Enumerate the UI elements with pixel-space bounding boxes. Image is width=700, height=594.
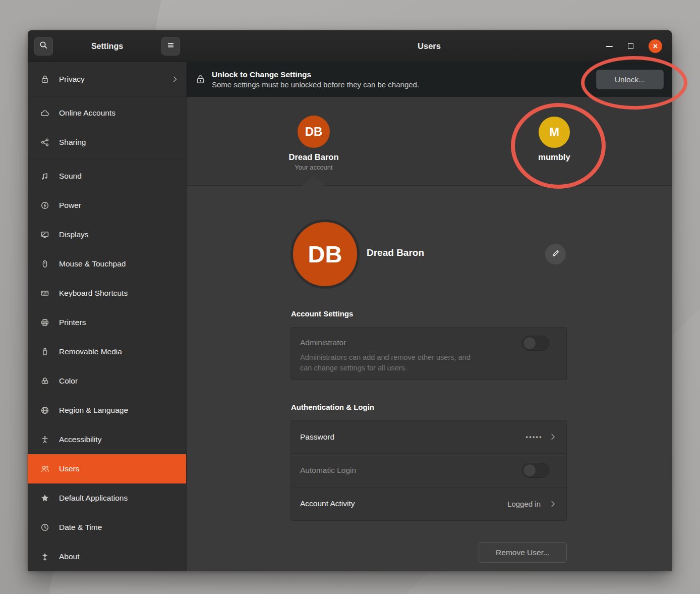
sidebar-header: Settings [28, 30, 187, 62]
sidebar-item-label: Sound [59, 172, 179, 181]
lock-icon [40, 75, 49, 84]
cloud-icon [40, 109, 49, 118]
sound-icon [40, 172, 49, 181]
page-title: Users [187, 30, 672, 62]
sidebar-item-label: Accessibility [59, 435, 179, 444]
sidebar-item-keyboard-shortcuts[interactable]: Keyboard Shortcuts [28, 279, 186, 308]
auth-row-account-activity[interactable]: Account ActivityLogged in [291, 488, 566, 520]
toggle-knob [523, 464, 536, 477]
sidebar-item-label: Printers [59, 318, 179, 327]
unlock-banner-subtitle: Some settings must be unlocked before th… [212, 80, 419, 90]
sidebar-divider [28, 159, 186, 159]
sidebar-item-label: Power [59, 201, 179, 210]
sidebar-item-label: Mouse & Touchpad [59, 259, 179, 268]
auth-row-password[interactable]: Password••••• [291, 420, 566, 454]
sidebar-item-printers[interactable]: Printers [28, 308, 186, 337]
sidebar: PrivacyOnline AccountsSharingSoundPowerD… [28, 62, 187, 571]
auth-row-label: Password [300, 433, 526, 442]
sidebar-item-about[interactable]: About [28, 542, 186, 571]
settings-window: Settings Users × PrivacyOnline AccountsS… [28, 30, 672, 571]
carousel-user-dread-baron[interactable]: DBDread BaronYour account [258, 97, 369, 171]
chevron-right-icon [549, 500, 557, 508]
mouse-icon [40, 259, 49, 269]
globe-icon [40, 406, 49, 415]
display-icon [40, 230, 49, 240]
window-controls: × [606, 30, 662, 62]
unlock-banner-title: Unlock to Change Settings [212, 70, 419, 80]
sidebar-item-default-applications[interactable]: Default Applications [28, 483, 186, 513]
sidebar-item-power[interactable]: Power [28, 191, 186, 220]
edit-name-button[interactable] [545, 244, 566, 264]
sidebar-item-mouse-touchpad[interactable]: Mouse & Touchpad [28, 249, 186, 279]
accessibility-icon [40, 435, 49, 445]
chevron-right-icon [171, 75, 179, 83]
sidebar-item-sharing[interactable]: Sharing [28, 128, 186, 157]
sidebar-item-label: Region & Language [59, 406, 179, 415]
sidebar-item-users[interactable]: Users [28, 454, 186, 483]
unlock-banner-text: Unlock to Change Settings Some settings … [212, 70, 419, 90]
profile-avatar[interactable]: DB [290, 220, 360, 289]
sidebar-item-online-accounts[interactable]: Online Accounts [28, 98, 186, 128]
sidebar-item-sound[interactable]: Sound [28, 161, 186, 191]
carousel-user-name: Dread Baron [288, 152, 338, 162]
administrator-label: Administrator [300, 338, 346, 347]
auth-row-value: ••••• [526, 434, 543, 441]
administrator-toggle[interactable] [522, 336, 549, 351]
main-panel: Unlock to Change Settings Some settings … [187, 62, 672, 571]
administrator-card: Administrator Administrators can add and… [290, 327, 567, 380]
sidebar-item-label: Online Accounts [59, 109, 179, 118]
color-icon [40, 376, 49, 386]
sidebar-item-displays[interactable]: Displays [28, 220, 186, 249]
clock-icon [40, 523, 49, 532]
unlock-banner: Unlock to Change Settings Some settings … [187, 62, 672, 97]
auth-row-value: Logged in [507, 500, 541, 508]
administrator-description: Administrators can add and remove other … [300, 352, 471, 373]
sidebar-item-date-time[interactable]: Date & Time [28, 513, 186, 542]
avatar: DB [298, 116, 330, 148]
sidebar-item-region-language[interactable]: Region & Language [28, 396, 186, 425]
share-icon [40, 138, 49, 147]
toggle-knob [523, 337, 536, 350]
automatic-login-toggle[interactable] [522, 463, 549, 478]
maximize-button[interactable] [628, 43, 633, 49]
auth-row-label: Automatic Login [300, 466, 522, 475]
auth-row-automatic-login[interactable]: Automatic Login [291, 454, 566, 487]
chevron-right-icon [549, 433, 557, 441]
auth-login-heading: Authentication & Login [291, 403, 374, 411]
sidebar-item-removable-media[interactable]: Removable Media [28, 337, 186, 366]
carousel-user-mumbly[interactable]: Mmumbly [499, 97, 610, 162]
sidebar-item-label: Color [59, 376, 179, 386]
sidebar-item-label: Default Applications [59, 494, 179, 503]
minimize-button[interactable] [606, 46, 613, 47]
sidebar-item-label: Displays [59, 230, 179, 239]
sidebar-list: PrivacyOnline AccountsSharingSoundPowerD… [28, 65, 186, 571]
account-settings-heading: Account Settings [291, 309, 353, 318]
close-button[interactable]: × [649, 39, 662, 53]
carousel-user-name: mumbly [538, 152, 570, 162]
unlock-button[interactable]: Unlock... [596, 70, 664, 89]
sidebar-item-label: Date & Time [59, 523, 179, 532]
user-carousel: DBDread BaronYour accountMmumbly [187, 97, 672, 186]
pencil-icon [551, 249, 560, 260]
sidebar-item-label: Users [59, 464, 179, 473]
users-icon [40, 464, 49, 474]
hamburger-icon [166, 41, 175, 51]
selected-user-pointer [302, 176, 325, 186]
keyboard-icon [40, 289, 49, 298]
profile-name: Dread Baron [367, 247, 424, 258]
sidebar-item-label: About [59, 552, 179, 561]
headerbar: Settings Users × [28, 30, 672, 62]
sidebar-item-label: Keyboard Shortcuts [59, 289, 179, 298]
sidebar-item-accessibility[interactable]: Accessibility [28, 425, 186, 454]
auth-login-card: Password•••••Automatic LoginAccount Acti… [290, 420, 567, 521]
printer-icon [40, 318, 49, 328]
remove-user-button[interactable]: Remove User... [479, 542, 567, 563]
menu-button[interactable] [161, 37, 180, 56]
sidebar-item-color[interactable]: Color [28, 366, 186, 396]
sidebar-item-label: Privacy [59, 75, 171, 84]
media-icon [40, 347, 49, 357]
sparkle-icon [40, 552, 49, 562]
star-icon [40, 494, 49, 503]
auth-row-label: Account Activity [300, 499, 507, 508]
sidebar-item-privacy[interactable]: Privacy [28, 65, 186, 94]
